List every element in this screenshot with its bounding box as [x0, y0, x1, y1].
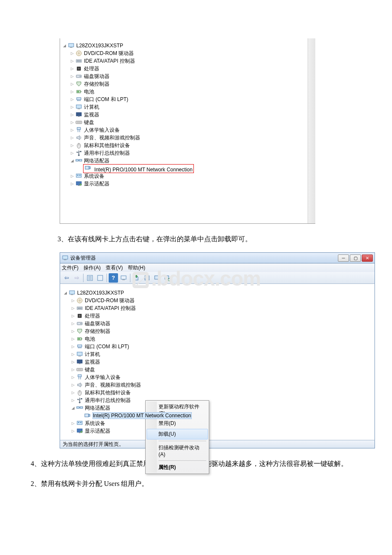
back-button[interactable]: ⇦: [62, 273, 71, 283]
expand-icon[interactable]: ▷: [69, 51, 75, 55]
details-button[interactable]: [85, 273, 95, 283]
tree-node-network[interactable]: ◢ 网络适配器: [62, 157, 314, 165]
expand-icon[interactable]: ▷: [69, 174, 75, 178]
tree-node[interactable]: ▷系统设备: [62, 172, 314, 180]
expand-icon[interactable]: ▷: [70, 421, 75, 425]
tree-node[interactable]: ▷端口 (COM 和 LPT): [62, 95, 314, 103]
tree-node-label: IDE ATA/ATAPI 控制器: [85, 305, 136, 312]
collapse-icon[interactable]: ◢: [63, 291, 68, 295]
tree-node[interactable]: ▷磁盘驱动器: [63, 320, 372, 327]
tree-root-row[interactable]: ◢ L28ZOX193JKXSTP: [63, 289, 372, 297]
expand-icon[interactable]: ▷: [69, 97, 75, 101]
expand-icon[interactable]: ▷: [69, 136, 75, 140]
tree-node[interactable]: ▷通用串行总线控制器: [62, 149, 314, 157]
tree-node[interactable]: ▷显示适配器: [62, 180, 314, 188]
tree-node[interactable]: ▷IDE ATA/ATAPI 控制器: [63, 304, 372, 312]
tree-root-row[interactable]: ◢ L28ZOX193JKXSTP: [62, 42, 314, 49]
expand-icon[interactable]: ▷: [70, 352, 75, 356]
app-icon: [62, 254, 69, 261]
tree-node[interactable]: ▷监视器: [62, 111, 314, 119]
expand-icon[interactable]: ▷: [70, 298, 75, 303]
tree-node[interactable]: ▷声音、视频和游戏控制器: [63, 381, 372, 389]
tree-node[interactable]: ▷声音、视频和游戏控制器: [62, 134, 314, 142]
expand-icon[interactable]: ▷: [70, 398, 75, 402]
tree-node[interactable]: ▷电池: [63, 335, 372, 343]
tree-node[interactable]: ▷人体学输入设备: [63, 373, 372, 381]
menu-file[interactable]: 文件(F): [62, 264, 78, 272]
expand-icon[interactable]: ▷: [70, 321, 75, 326]
tree-node[interactable]: ▷监视器: [63, 358, 372, 366]
expand-icon[interactable]: ▷: [69, 74, 75, 78]
expand-icon[interactable]: ▷: [70, 314, 75, 318]
tree-node[interactable]: ▷计算机: [63, 350, 372, 358]
disable-button[interactable]: [153, 273, 162, 283]
tree-leaf-network-card[interactable]: Intel(R) PRO/1000 MT Network Connection: [62, 165, 314, 172]
collapse-icon[interactable]: ◢: [70, 406, 75, 410]
expand-icon[interactable]: ▷: [70, 337, 75, 341]
close-button[interactable]: ✕: [362, 254, 373, 262]
selected-network-card[interactable]: Intel(R) PRO/1000 MT Network Connection: [92, 412, 192, 419]
tree-node[interactable]: ▷鼠标和其他指针设备: [62, 142, 314, 149]
expand-icon[interactable]: ▷: [69, 182, 75, 186]
menu-view[interactable]: 查看(V): [106, 264, 123, 272]
tree-node[interactable]: ▷人体学输入设备: [62, 126, 314, 134]
tree-node[interactable]: ▷电池: [62, 88, 314, 95]
tree-node[interactable]: ▷键盘: [62, 119, 314, 126]
expand-icon[interactable]: ▷: [69, 120, 75, 124]
device-tree-2[interactable]: .bdocx.com ◢ L28ZOX193JKXSTP ▷DVD/CD-ROM…: [60, 284, 375, 440]
expand-icon[interactable]: ▷: [70, 375, 75, 379]
expand-icon[interactable]: ▷: [70, 306, 75, 310]
maximize-button[interactable]: ▢: [350, 254, 361, 262]
tree-node-network[interactable]: ◢ 网络适配器: [63, 404, 372, 412]
expand-icon[interactable]: ▷: [70, 429, 75, 433]
tree-node[interactable]: ▷键盘: [63, 366, 372, 373]
tree-node[interactable]: ▷DVD/CD-ROM 驱动器: [62, 49, 314, 57]
tree-node[interactable]: ▷存储控制器: [63, 327, 372, 335]
tree-node[interactable]: ▷显示适配器: [63, 427, 372, 435]
forward-button[interactable]: ⇨: [72, 273, 81, 283]
expand-icon[interactable]: ▷: [69, 113, 75, 117]
update-driver-button[interactable]: [132, 273, 141, 283]
tree-node[interactable]: ▷端口 (COM 和 LPT): [63, 343, 372, 350]
expand-icon[interactable]: ▷: [69, 105, 75, 109]
tree-node[interactable]: ▷处理器: [63, 312, 372, 320]
expand-icon[interactable]: ▷: [70, 360, 75, 364]
expand-icon[interactable]: ▷: [69, 128, 75, 132]
tree-node[interactable]: ▷系统设备: [63, 419, 372, 427]
scan-button[interactable]: [119, 273, 128, 283]
expand-icon[interactable]: ▷: [69, 66, 75, 71]
expand-icon[interactable]: ▷: [70, 390, 75, 395]
expand-icon[interactable]: ▷: [70, 383, 75, 387]
tree-node[interactable]: ▷IDE ATA/ATAPI 控制器: [62, 57, 314, 65]
tree-node[interactable]: ▷处理器: [62, 65, 314, 72]
uninstall-button[interactable]: [142, 273, 152, 283]
minimize-button[interactable]: ─: [338, 254, 349, 262]
collapse-icon[interactable]: ◢: [62, 43, 67, 48]
menu-action[interactable]: 操作(A): [84, 264, 101, 272]
expand-icon[interactable]: ▷: [69, 59, 75, 63]
properties-button[interactable]: [95, 273, 105, 283]
tree-node[interactable]: ▷存储控制器: [62, 80, 314, 88]
expand-icon[interactable]: ▷: [70, 344, 75, 349]
expand-icon[interactable]: ▷: [69, 82, 75, 86]
menu-properties[interactable]: 属性(R): [147, 462, 208, 473]
device-tree-1[interactable]: ◢ L28ZOX193JKXSTP ▷DVD/CD-ROM 驱动器▷IDE AT…: [60, 38, 315, 191]
tree-node[interactable]: ▷鼠标和其他指针设备: [63, 389, 372, 396]
tree-node-label: 网络适配器: [84, 157, 110, 165]
expand-icon[interactable]: ▷: [69, 151, 75, 155]
expand-icon[interactable]: ▷: [69, 90, 75, 94]
tree-node[interactable]: ▷磁盘驱动器: [62, 72, 314, 80]
enable-button[interactable]: [163, 273, 172, 283]
tree-leaf-network-card[interactable]: Intel(R) PRO/1000 MT Network Connection: [63, 412, 372, 419]
collapse-icon[interactable]: ◢: [69, 159, 75, 163]
tree-node[interactable]: ▷计算机: [62, 103, 314, 111]
tree-node[interactable]: ▷通用串行总线控制器: [63, 396, 372, 404]
menu-scan-hardware[interactable]: 扫描检测硬件改动(A): [147, 442, 208, 459]
window-titlebar[interactable]: 设备管理器 ─ ▢ ✕: [60, 252, 375, 263]
menu-help[interactable]: 帮助(H): [128, 264, 145, 272]
help-button[interactable]: ?: [109, 273, 118, 283]
expand-icon[interactable]: ▷: [70, 367, 75, 372]
expand-icon[interactable]: ▷: [70, 329, 75, 333]
tree-node[interactable]: ▷DVD/CD-ROM 驱动器: [63, 297, 372, 304]
expand-icon[interactable]: ▷: [69, 143, 75, 147]
